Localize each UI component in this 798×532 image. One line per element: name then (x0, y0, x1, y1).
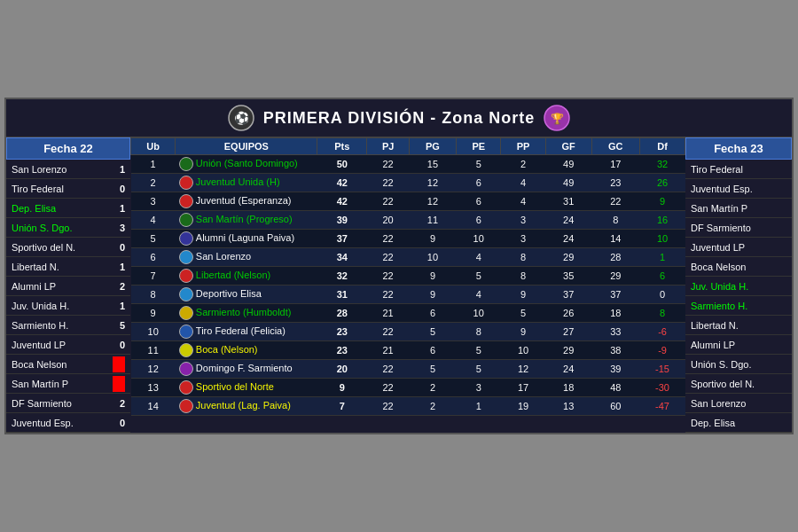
pe: 6 (457, 192, 501, 211)
fecha22-score: 1 (113, 203, 125, 214)
pp: 3 (501, 230, 545, 248)
position: 8 (131, 286, 176, 304)
fecha22-rows: San Lorenzo1Tiro Federal0Dep. Elisa1Unió… (6, 160, 130, 433)
fecha22-team-name: San Martín P (12, 379, 68, 389)
fecha23-rows: Tiro FederalJuventud Esp.San Martín PDF … (685, 160, 792, 433)
gf: 18 (545, 379, 591, 397)
team-cell: San Lorenzo (176, 248, 317, 267)
team-logo (179, 157, 193, 171)
pp: 8 (501, 248, 545, 267)
pp: 10 (501, 341, 545, 360)
table-row: 5Alumni (Laguna Paiva)37229103241410 (131, 230, 685, 248)
pg: 9 (409, 286, 456, 304)
points: 42 (317, 174, 367, 192)
header: ⚽ PRIMERA DIVISIÓN - Zona Norte 🏆 (6, 99, 792, 137)
standings-table: UbEQUIPOSPtsPJPGPEPPGFGCDf 1Unión (Santo… (130, 137, 685, 416)
fecha22-row: Unión S. Dgo.3 (6, 218, 130, 238)
points: 23 (317, 323, 367, 341)
pj: 22 (367, 323, 410, 341)
fecha23-row: Tiro Federal (685, 160, 792, 179)
pg: 11 (409, 211, 456, 230)
pp: 2 (501, 155, 545, 174)
column-header: PP (501, 138, 545, 155)
pe: 4 (457, 286, 501, 304)
team-name-text: Sarmiento (Humboldt) (196, 307, 292, 317)
fecha22-row: Juventud LP0 (6, 335, 130, 355)
points: 31 (317, 286, 367, 304)
gf: 29 (545, 248, 591, 267)
team-name-text: Juventud (Lag. Paiva) (196, 400, 291, 411)
team-cell: Sportivo del Norte (176, 379, 317, 397)
fecha22-score: 0 (113, 418, 125, 428)
pe: 5 (457, 360, 501, 379)
fecha23-row: Libertad N. (685, 316, 792, 335)
fecha23-panel: Fecha 23 Tiro FederalJuventud Esp.San Ma… (685, 137, 792, 433)
gc: 17 (591, 155, 640, 174)
gc: 23 (591, 174, 640, 192)
pj: 22 (367, 397, 410, 416)
fecha22-score: 2 (113, 281, 125, 292)
fecha22-team-name: DF Sarmiento (12, 398, 72, 409)
fecha23-header: Fecha 23 (685, 137, 792, 160)
pp: 9 (501, 286, 545, 304)
pp: 8 (501, 267, 545, 286)
table-row: 13Sportivo del Norte92223171848-30 (131, 379, 685, 397)
gc: 22 (591, 192, 640, 211)
gc: 14 (591, 230, 640, 248)
pj: 22 (367, 286, 410, 304)
pp: 4 (501, 192, 545, 211)
table-row: 14Juventud (Lag. Paiva)72221191360-47 (131, 397, 685, 416)
column-header: Ub (131, 138, 176, 155)
difference: 16 (640, 211, 685, 230)
pj: 21 (367, 304, 410, 323)
pe: 10 (457, 304, 501, 323)
team-cell: Juventud (Esperanza) (176, 192, 317, 211)
pe: 5 (457, 155, 501, 174)
gc: 37 (591, 286, 640, 304)
points: 34 (317, 248, 367, 267)
fecha22-score: 0 (113, 340, 125, 350)
fecha23-row: Sarmiento H. (685, 296, 792, 316)
difference: 6 (640, 267, 685, 286)
fecha23-team-name: Dep. Elisa (691, 418, 735, 428)
fecha22-row: Dep. Elisa1 (6, 199, 130, 218)
points: 7 (317, 397, 367, 416)
column-header: Df (640, 138, 685, 155)
points: 37 (317, 230, 367, 248)
pg: 10 (409, 248, 456, 267)
pj: 22 (367, 174, 410, 192)
team-logo (179, 362, 193, 376)
column-header: PJ (367, 138, 410, 155)
fecha22-row: Juv. Unida H.1 (6, 296, 130, 316)
gc: 8 (591, 211, 640, 230)
difference: 26 (640, 174, 685, 192)
fecha23-team-name: Sarmiento H. (691, 301, 747, 311)
fecha23-team-name: DF Sarmiento (691, 223, 751, 233)
team-cell: Tiro Federal (Felicia) (176, 323, 317, 341)
pg: 9 (409, 267, 456, 286)
column-header: EQUIPOS (176, 138, 317, 155)
fecha22-row: DF Sarmiento2 (6, 394, 130, 413)
pg: 12 (409, 174, 456, 192)
gc: 48 (591, 379, 640, 397)
difference: 9 (640, 192, 685, 211)
difference: -30 (640, 379, 685, 397)
team-cell: Alumni (Laguna Paiva) (176, 230, 317, 248)
difference: 8 (640, 304, 685, 323)
pe: 10 (457, 230, 501, 248)
pe: 1 (457, 397, 501, 416)
team-name-text: Domingo F. Sarmiento (196, 363, 293, 373)
team-cell: Deportivo Elisa (176, 286, 317, 304)
fecha23-row: DF Sarmiento (685, 218, 792, 238)
table-row: 11Boca (Nelson)232165102938-9 (131, 341, 685, 360)
table-body: 1Unión (Santo Domingo)502215524917322Juv… (131, 155, 685, 416)
fecha22-row: Tiro Federal0 (6, 179, 130, 199)
fecha22-score: 1 (113, 262, 125, 272)
points: 39 (317, 211, 367, 230)
position: 12 (131, 360, 176, 379)
fecha22-header: Fecha 22 (6, 137, 130, 160)
pe: 6 (457, 174, 501, 192)
fecha22-team-name: Sarmiento H. (12, 320, 68, 331)
fecha23-team-name: Tiro Federal (691, 164, 743, 175)
fecha23-team-name: Libertad N. (691, 320, 739, 331)
